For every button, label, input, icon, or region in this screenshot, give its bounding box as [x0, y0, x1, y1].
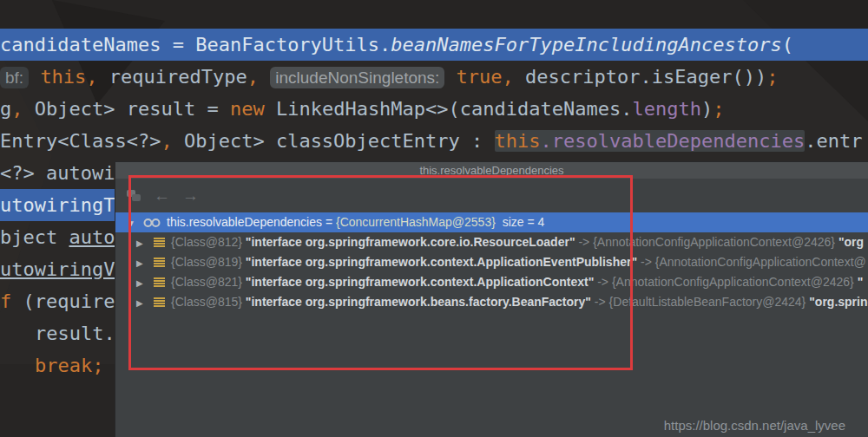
entry-value-ref: {AnnotationConfigApplicationContext@2426… [612, 275, 854, 289]
code-text: <?> autowi [0, 162, 115, 184]
keyword-new: new [230, 98, 265, 120]
back-arrow-icon[interactable]: ← [154, 187, 170, 204]
popup-title: this.resolvableDependencies [115, 162, 868, 179]
semicolon: ; [713, 98, 724, 120]
entry-value-string: " [854, 275, 864, 289]
code-text: candidateNames = BeanFactoryUtils. [0, 34, 391, 55]
map-entry-icon [154, 297, 165, 307]
tree-row-entry[interactable]: ▶{Class@819} "interface org.springframew… [115, 252, 868, 272]
entry-key-ref: {Class@821} [171, 275, 242, 289]
code-text-underlined: utowiringV [0, 258, 115, 280]
background-top-strip [0, 0, 868, 29]
param-hint-bf: bf: [0, 67, 29, 88]
equals: = [322, 215, 336, 229]
evaluation-result-icon [143, 218, 162, 228]
entry-value-ref: {AnnotationConfigApplicationContext@ [655, 255, 866, 269]
code-line[interactable]: Entry<Class<?>, Object> classObjectEntry… [0, 125, 868, 157]
map-entry-icon [154, 277, 165, 287]
code-text: Entry<Class<?> [0, 130, 161, 152]
field-length: length [633, 98, 701, 120]
arrow: -> [575, 235, 594, 249]
entry-key-ref: {Class@815} [171, 295, 242, 309]
comma: , [11, 98, 23, 120]
forward-arrow-icon[interactable]: → [182, 187, 199, 204]
expand-icon[interactable]: ▶ [136, 233, 151, 252]
code-text: ) [701, 98, 713, 120]
variables-tree: ▼this.resolvableDependencies = {Concurre… [115, 212, 868, 312]
entry-value-string: "org.springf [806, 295, 868, 309]
comma: , [503, 66, 514, 88]
code-line-selected[interactable]: candidateNames = BeanFactoryUtils.beanNa… [0, 29, 868, 61]
entry-key-string: "interface org.springframework.beans.fac… [242, 295, 591, 309]
arrow: -> [591, 295, 609, 309]
code-text [259, 66, 270, 88]
entry-value-string: "org [835, 235, 864, 249]
arrow: -> [594, 275, 612, 289]
map-entry-icon [154, 258, 165, 267]
keyword-break: break; [35, 355, 103, 376]
code-text: LinkedHashMap<>(candidateNames. [265, 98, 633, 120]
code-text-underlined: auto [69, 226, 115, 248]
code-text: Object> classObjectEntry : [173, 130, 495, 152]
collapse-icon[interactable]: ▼ [127, 213, 141, 232]
semicolon: ; [766, 66, 778, 88]
code-text: (require [11, 290, 115, 312]
tree-row-entry[interactable]: ▶{Class@821} "interface org.springframew… [115, 272, 868, 292]
param-hint-includeNonSingletons: includeNonSingletons: [270, 67, 444, 88]
code-line[interactable]: g, Object> result = new LinkedHashMap<>(… [0, 93, 868, 125]
code-text: ( [782, 34, 793, 55]
comma: , [86, 66, 97, 88]
entry-key-string: "interface org.springframework.core.io.R… [242, 235, 575, 249]
method-name: beanNamesForTypeIncludingAncestors [391, 34, 781, 55]
keyword-true: true [444, 66, 502, 88]
root-expression: this.resolvableDependencies [167, 215, 322, 229]
root-size: size = 4 [496, 215, 544, 229]
map-entry-icon [154, 238, 165, 247]
code-text: bject [0, 226, 69, 248]
tree-row-root-selected[interactable]: ▼this.resolvableDependencies = {Concurre… [115, 212, 868, 232]
code-text: requiredType [98, 66, 247, 88]
watermark-url: https://blog.csdn.net/java_lyvee [664, 418, 845, 433]
entry-key-string: "interface org.springframework.context.A… [242, 255, 637, 269]
code-text: utowiringT [0, 194, 115, 216]
keyword-this: this [40, 66, 86, 88]
code-text: .entr [805, 130, 862, 152]
ide-debugger-screenshot: candidateNames = BeanFactoryUtils.beanNa… [0, 0, 868, 437]
debugger-inspect-popup: this.resolvableDependencies ← → ▼this.re… [115, 161, 868, 437]
expand-icon[interactable]: ▶ [136, 253, 151, 272]
root-value: {ConcurrentHashMap@2553} [336, 215, 496, 229]
keyword-this: this [495, 130, 541, 152]
keyword-if: f [0, 290, 11, 312]
field-resolvableDependencies: .resolvableDependencies [541, 130, 806, 152]
popup-toolbar: ← → [115, 179, 868, 212]
code-line[interactable]: bf: this, requiredType, includeNonSingle… [0, 61, 868, 93]
code-text: descriptor.isEager()) [514, 66, 766, 88]
code-text: result. [35, 323, 115, 344]
entry-key-ref: {Class@819} [171, 255, 242, 269]
code-text: g [0, 98, 11, 120]
arrow: -> [637, 255, 655, 269]
tree-row-entry[interactable]: ▶{Class@815} "interface org.springframew… [115, 292, 868, 312]
tree-row-entry[interactable]: ▶{Class@812} "interface org.springframew… [115, 232, 868, 252]
entry-value-ref: {DefaultListableBeanFactory@2424} [609, 295, 806, 309]
entry-key-ref: {Class@812} [171, 235, 242, 249]
comma: , [247, 66, 259, 88]
show-as-object-icon[interactable] [127, 189, 141, 202]
entry-value-ref: {AnnotationConfigApplicationContext@2426… [593, 235, 835, 249]
expand-icon[interactable]: ▶ [136, 293, 151, 312]
expand-icon[interactable]: ▶ [136, 273, 151, 292]
entry-key-string: "interface org.springframework.context.A… [242, 275, 594, 289]
code-text [29, 66, 40, 88]
evaluated-expression-highlight: this.resolvableDependencies [495, 130, 806, 152]
code-text: Object> result = [23, 98, 230, 120]
comma: , [161, 130, 172, 152]
